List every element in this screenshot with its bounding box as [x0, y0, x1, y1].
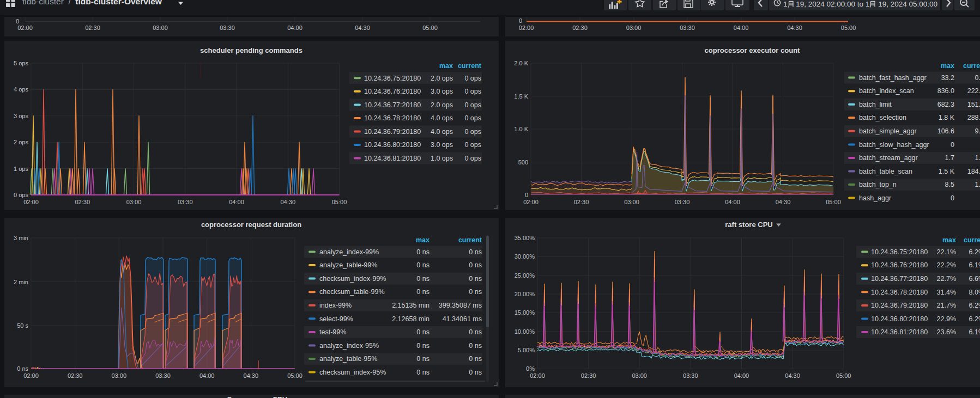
svg-text:288.3: 288.3 [967, 114, 980, 121]
svg-text:0: 0 [525, 192, 528, 198]
svg-text:02:00: 02:00 [530, 372, 545, 379]
svg-text:batch_slow_hash_aggr: batch_slow_hash_aggr [859, 141, 929, 149]
svg-text:0: 0 [519, 17, 522, 24]
svg-text:106.6: 106.6 [937, 127, 954, 135]
svg-text:10.24.36.75:20180: 10.24.36.75:20180 [871, 248, 928, 256]
svg-text:03:30: 03:30 [675, 199, 690, 205]
svg-text:22.9%: 22.9% [937, 315, 956, 323]
svg-text:0 ns: 0 ns [416, 248, 429, 256]
svg-text:04:30: 04:30 [785, 372, 800, 379]
svg-text:6.1%: 6.1% [969, 261, 980, 269]
svg-text:1.3: 1.3 [975, 154, 980, 162]
svg-text:select-99%: select-99% [319, 315, 353, 323]
svg-text:coprocessor request duration: coprocessor request duration [201, 221, 301, 229]
svg-text:03:30: 03:30 [155, 372, 171, 379]
svg-text:41.34061 ms: 41.34061 ms [443, 315, 482, 323]
svg-text:03:00: 03:00 [153, 25, 168, 31]
svg-text:10.00%: 10.00% [515, 328, 535, 335]
svg-text:max: max [941, 62, 954, 70]
svg-text:31.4%: 31.4% [937, 289, 956, 296]
svg-text:3.0 ops: 3.0 ops [431, 88, 453, 95]
svg-text:0 ops: 0 ops [464, 88, 481, 95]
svg-text:0 ns: 0 ns [469, 328, 482, 336]
svg-text:22.2%: 22.2% [937, 261, 956, 269]
svg-text:836.0: 836.0 [937, 87, 954, 95]
svg-text:0: 0 [951, 141, 954, 149]
svg-text:10.24.36.79:20180: 10.24.36.79:20180 [364, 128, 421, 136]
svg-text:682.3: 682.3 [937, 101, 954, 108]
svg-text:8.5: 8.5 [945, 181, 954, 188]
svg-text:0 ops: 0 ops [464, 155, 481, 162]
svg-text:10.24.36.76:20180: 10.24.36.76:20180 [871, 261, 928, 269]
svg-text:coprocessor executor count: coprocessor executor count [705, 46, 800, 54]
svg-text:0.1: 0.1 [975, 74, 980, 82]
svg-text:03:00: 03:00 [624, 199, 639, 205]
svg-text:8.0%: 8.0% [969, 289, 980, 296]
svg-text:222.8: 222.8 [967, 87, 980, 95]
svg-text:03:30: 03:30 [178, 199, 193, 205]
svg-text:04:00: 04:00 [725, 199, 740, 205]
svg-text:04:30: 04:30 [776, 199, 791, 205]
svg-text:0 ns: 0 ns [469, 369, 482, 376]
svg-text:1 ops: 1 ops [14, 166, 28, 172]
svg-text:current: current [963, 62, 980, 70]
svg-text:2.0 ops: 2.0 ops [431, 75, 453, 82]
svg-text:0: 0 [951, 194, 954, 202]
svg-text:batch_top_n: batch_top_n [859, 181, 897, 188]
svg-text:max: max [439, 62, 453, 70]
svg-text:raft store CPU: raft store CPU [725, 221, 772, 229]
svg-text:03:00: 03:00 [632, 372, 647, 379]
svg-text:03:30: 03:30 [680, 25, 695, 31]
svg-text:04:30: 04:30 [355, 25, 370, 31]
svg-text:2.12658 min: 2.12658 min [392, 315, 429, 323]
svg-text:10.24.36.76:20180: 10.24.36.76:20180 [364, 88, 421, 95]
svg-text:0 ns: 0 ns [469, 261, 482, 269]
svg-text:0 ops: 0 ops [464, 75, 481, 82]
svg-text:50 s: 50 s [17, 322, 28, 329]
svg-text:6.6%: 6.6% [969, 275, 980, 283]
svg-text:02:00: 02:00 [519, 25, 534, 31]
svg-text:0 ops: 0 ops [14, 192, 28, 198]
svg-text:04:30: 04:30 [787, 25, 802, 31]
svg-text:10.24.36.75:20180: 10.24.36.75:20180 [364, 75, 421, 82]
svg-text:0 ns: 0 ns [17, 365, 28, 372]
svg-text:22.7%: 22.7% [937, 275, 956, 283]
svg-text:6.2%: 6.2% [969, 248, 980, 256]
svg-text:03:30: 03:30 [220, 25, 235, 31]
svg-text:analyze_index-99%: analyze_index-99% [319, 248, 379, 256]
svg-text:0 ops: 0 ops [464, 114, 481, 122]
svg-text:3 ops: 3 ops [14, 113, 28, 119]
svg-text:20.00%: 20.00% [515, 291, 535, 297]
svg-text:25.00%: 25.00% [515, 272, 535, 279]
svg-text:3 min: 3 min [14, 235, 28, 241]
svg-text:max: max [942, 236, 956, 244]
svg-text:0 ns: 0 ns [469, 355, 482, 363]
svg-text:2.15135 min: 2.15135 min [392, 302, 429, 309]
svg-text:184.3: 184.3 [967, 168, 980, 175]
svg-text:0%: 0% [526, 365, 535, 372]
svg-text:2 ops: 2 ops [14, 139, 28, 145]
svg-text:0 ns: 0 ns [416, 355, 429, 363]
svg-text:02:00: 02:00 [23, 199, 39, 205]
svg-text:22.1%: 22.1% [937, 248, 956, 256]
svg-text:05:00: 05:00 [332, 199, 347, 205]
svg-text:batch_fast_hash_aggr: batch_fast_hash_aggr [859, 74, 927, 82]
svg-text:0 ns: 0 ns [469, 288, 482, 296]
svg-text:10.24.36.80:20180: 10.24.36.80:20180 [871, 315, 928, 323]
svg-text:1.7: 1.7 [945, 154, 954, 162]
svg-text:02:30: 02:30 [581, 372, 596, 379]
svg-text:10.24.36.81:20180: 10.24.36.81:20180 [364, 155, 421, 162]
svg-text:4.0 ops: 4.0 ops [431, 128, 453, 136]
svg-text:10.24.36.78:20180: 10.24.36.78:20180 [871, 289, 928, 296]
svg-text:current: current [964, 236, 980, 244]
svg-text:scheduler pending commands: scheduler pending commands [200, 46, 303, 54]
svg-text:0 ops: 0 ops [464, 141, 481, 149]
svg-text:10.24.36.81:20180: 10.24.36.81:20180 [871, 328, 928, 336]
svg-text:10.24.36.79:20180: 10.24.36.79:20180 [871, 302, 928, 309]
svg-text:checksum_index-99%: checksum_index-99% [319, 275, 386, 283]
svg-text:checksum_index-95%: checksum_index-95% [319, 369, 386, 376]
svg-text:9.4: 9.4 [975, 127, 980, 135]
svg-text:02:00: 02:00 [17, 25, 33, 31]
svg-text:0 ops: 0 ops [464, 101, 481, 109]
svg-text:03:30: 03:30 [683, 372, 698, 379]
